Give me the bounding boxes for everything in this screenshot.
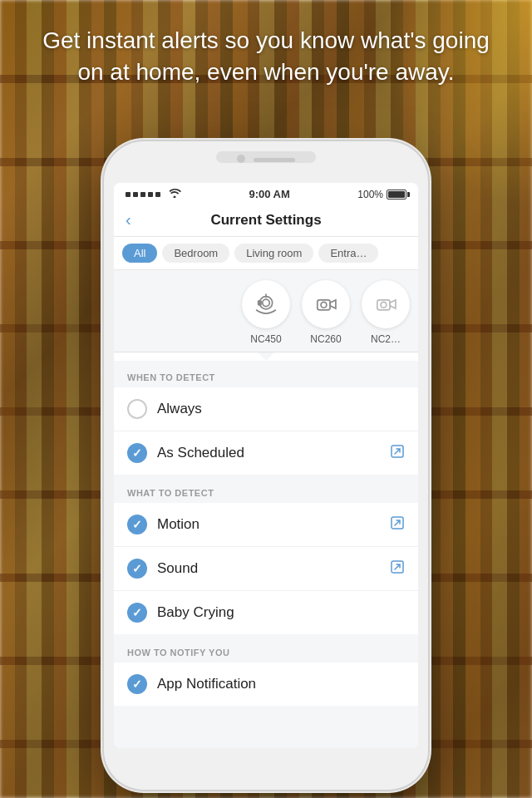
phone-screen: 9:00 AM 100% ‹ Current Settings All Bedr…: [114, 183, 418, 748]
phone: 9:00 AM 100% ‹ Current Settings All Bedr…: [104, 141, 428, 790]
signal-dot-2: [133, 192, 138, 197]
page-title: Current Settings: [150, 212, 382, 229]
signal-dot-4: [148, 192, 153, 197]
action-motion[interactable]: [390, 515, 405, 534]
item-label-as-scheduled: As Scheduled: [157, 445, 380, 461]
checkmark-sound: ✓: [132, 563, 142, 574]
what-to-detect-group: ✓ Motion ✓ Sound: [114, 503, 418, 634]
filter-tab-bedroom[interactable]: Bedroom: [162, 244, 229, 263]
camera-item-nc260[interactable]: NC260: [302, 280, 350, 345]
back-button[interactable]: ‹: [126, 210, 150, 229]
filter-tab-living-room[interactable]: Living room: [234, 244, 313, 263]
action-as-scheduled[interactable]: [390, 444, 405, 462]
signal-dot-3: [140, 192, 145, 197]
how-notify-group: ✓ App Notification: [114, 663, 418, 706]
item-label-motion: Motion: [157, 516, 380, 533]
filter-tabs: All Bedroom Living room Entra…: [114, 237, 418, 270]
item-label-always: Always: [157, 401, 405, 417]
signal-dot-1: [126, 192, 131, 197]
list-item-sound[interactable]: ✓ Sound: [114, 547, 418, 591]
filter-tab-entra[interactable]: Entra…: [318, 244, 378, 263]
section-header-notify: HOW TO NOTIFY YOU: [114, 636, 418, 663]
check-always[interactable]: [127, 399, 147, 419]
camera-icon-nc260: [302, 280, 350, 328]
filter-tab-all[interactable]: All: [122, 244, 157, 263]
list-item-baby-crying[interactable]: ✓ Baby Crying: [114, 591, 418, 634]
camera-row: NC450 NC260: [114, 270, 418, 352]
battery-fill: [388, 191, 405, 198]
checkmark-baby-crying: ✓: [132, 607, 142, 618]
nav-bar: ‹ Current Settings: [114, 204, 418, 237]
action-sound[interactable]: [390, 559, 405, 578]
check-sound[interactable]: ✓: [127, 559, 147, 579]
svg-point-1: [263, 299, 270, 307]
status-right: 100%: [357, 189, 406, 200]
list-item-always[interactable]: Always: [114, 387, 418, 431]
battery-icon: [387, 190, 406, 200]
item-label-baby-crying: Baby Crying: [157, 604, 405, 621]
dropdown-arrow: [258, 352, 274, 361]
signal-bars: [126, 188, 181, 200]
check-baby-crying[interactable]: ✓: [127, 603, 147, 623]
svg-point-6: [381, 302, 387, 308]
item-label-sound: Sound: [157, 560, 380, 577]
battery-percentage: 100%: [357, 189, 383, 200]
hero-text: Get instant alerts so you know what's go…: [0, 17, 532, 96]
svg-point-4: [321, 302, 327, 308]
item-label-app-notification: App Notification: [157, 676, 405, 692]
camera-icon-nc2: [362, 280, 410, 328]
status-time: 9:00 AM: [249, 188, 289, 200]
list-item-app-notification[interactable]: ✓ App Notification: [114, 663, 418, 706]
camera-label-nc2: NC2…: [371, 333, 401, 345]
checkmark-app-notification: ✓: [132, 678, 142, 690]
checkmark-motion: ✓: [132, 519, 142, 530]
section-header-when: WHEN TO DETECT: [114, 361, 418, 387]
section-header-what: WHAT TO DETECT: [114, 476, 418, 503]
svg-rect-2: [258, 300, 262, 306]
check-motion[interactable]: ✓: [127, 515, 147, 534]
camera-label-nc260: NC260: [310, 333, 341, 345]
list-item-motion[interactable]: ✓ Motion: [114, 503, 418, 547]
camera-label-nc450: NC450: [250, 333, 281, 345]
phone-camera-dot: [237, 155, 245, 163]
settings-content: WHEN TO DETECT Always ✓ As Scheduled: [114, 361, 418, 748]
signal-dot-5: [155, 192, 160, 197]
wifi-icon: [168, 188, 181, 200]
status-bar: 9:00 AM 100%: [114, 183, 418, 204]
camera-icon-nc450: [242, 280, 290, 328]
list-item-as-scheduled[interactable]: ✓ As Scheduled: [114, 431, 418, 475]
camera-item-nc450[interactable]: NC450: [242, 280, 290, 345]
check-app-notification[interactable]: ✓: [127, 674, 147, 694]
camera-item-nc2[interactable]: NC2…: [362, 280, 410, 345]
checkmark-as-scheduled: ✓: [132, 447, 142, 459]
phone-speaker: [254, 158, 295, 162]
when-to-detect-group: Always ✓ As Scheduled: [114, 387, 418, 475]
check-as-scheduled[interactable]: ✓: [127, 443, 147, 463]
